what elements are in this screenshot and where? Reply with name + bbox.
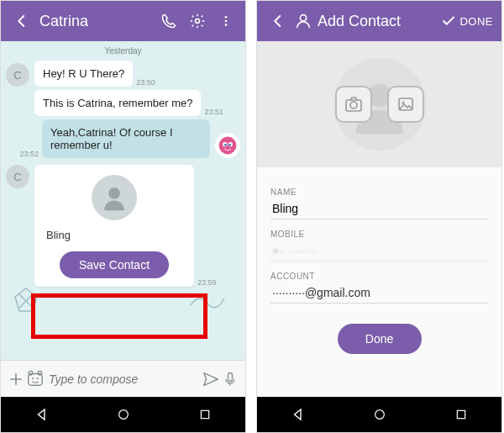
my-avatar-icon — [215, 133, 240, 158]
system-navbar — [257, 397, 501, 432]
contact-card-row: C Bling Save Contact 23:59 — [1, 163, 245, 288]
nav-back-button[interactable] — [17, 402, 67, 427]
back-button[interactable] — [264, 7, 292, 35]
message-time: 23:50 — [136, 78, 155, 87]
svg-point-13 — [32, 377, 34, 378]
send-button[interactable] — [201, 367, 221, 392]
chat-appbar: Catrina — [1, 1, 245, 41]
svg-point-18 — [300, 15, 306, 21]
gallery-button[interactable] — [387, 86, 424, 123]
svg-point-7 — [224, 144, 227, 146]
message-bubble[interactable]: Yeah,Catrina! Of course I remember u! — [42, 119, 210, 158]
svg-rect-25 — [457, 410, 465, 418]
message-row: This is Catrina, remember me? 23:51 — [1, 88, 245, 118]
nav-recents-button[interactable] — [180, 402, 230, 427]
back-button[interactable] — [8, 7, 36, 35]
svg-point-21 — [350, 102, 357, 108]
name-field[interactable] — [270, 197, 488, 219]
chat-screen: Catrina Yesterday C Hey! R U There? 23:5… — [0, 0, 246, 433]
account-field[interactable] — [270, 281, 488, 304]
svg-point-11 — [29, 371, 33, 375]
chat-body: Yesterday C Hey! R U There? 23:50 This i… — [1, 41, 245, 360]
contact-card-avatar-icon — [92, 175, 137, 220]
nav-home-button[interactable] — [354, 402, 405, 427]
svg-point-1 — [225, 16, 228, 18]
svg-rect-15 — [228, 372, 233, 381]
svg-point-0 — [196, 19, 200, 24]
message-time: 23:51 — [204, 108, 223, 116]
svg-point-8 — [228, 144, 231, 146]
message-row: C Hey! R U There? 23:50 — [1, 59, 245, 88]
mobile-field[interactable] — [270, 239, 488, 261]
contact-avatar[interactable]: C — [6, 63, 29, 87]
compose-input[interactable] — [45, 367, 201, 391]
contact-icon — [292, 7, 314, 35]
voice-button[interactable] — [221, 367, 241, 392]
overflow-button[interactable] — [212, 7, 240, 35]
nav-recents-button[interactable] — [436, 402, 486, 427]
date-separator: Yesterday — [1, 46, 245, 55]
settings-button[interactable] — [183, 7, 212, 35]
highlight-annotation — [31, 293, 207, 339]
svg-point-24 — [375, 410, 384, 420]
contact-card[interactable]: Bling Save Contact — [34, 165, 194, 287]
done-button-top[interactable]: DONE — [441, 13, 496, 29]
message-row: Yeah,Catrina! Of course I remember u! 23… — [1, 118, 245, 160]
call-button[interactable] — [155, 7, 183, 35]
contact-avatar[interactable]: C — [6, 165, 29, 188]
add-contact-screen: Add Contact DONE NAME MOBILE — [256, 0, 502, 433]
svg-point-12 — [38, 371, 42, 375]
account-label: ACCOUNT — [270, 272, 488, 281]
message-bubble[interactable]: Hey! R U There? — [34, 61, 133, 87]
svg-point-4 — [219, 137, 237, 155]
svg-point-16 — [118, 410, 128, 420]
composer — [1, 360, 245, 397]
done-label: DONE — [459, 15, 493, 28]
nav-home-button[interactable] — [98, 402, 149, 427]
add-button[interactable] — [6, 367, 26, 392]
camera-button[interactable] — [335, 86, 372, 123]
message-time: 23:52 — [19, 150, 39, 158]
add-contact-appbar: Add Contact DONE — [257, 1, 501, 41]
form-fields: NAME MOBILE ACCOUNT — [257, 167, 501, 304]
chat-title: Catrina — [36, 13, 155, 30]
svg-rect-17 — [201, 410, 208, 418]
save-contact-button[interactable]: Save Contact — [60, 251, 169, 278]
system-navbar — [1, 397, 245, 432]
svg-point-3 — [225, 24, 228, 26]
form-body: NAME MOBILE ACCOUNT Done — [257, 41, 501, 397]
svg-point-2 — [225, 20, 228, 23]
mobile-label: MOBILE — [270, 230, 488, 239]
done-button[interactable]: Done — [338, 324, 422, 354]
name-label: NAME — [270, 187, 488, 197]
nav-back-button[interactable] — [273, 402, 323, 427]
message-bubble[interactable]: This is Catrina, remember me? — [34, 90, 201, 116]
screen-title: Add Contact — [314, 13, 441, 30]
avatar-picker-zone — [257, 41, 501, 167]
svg-point-14 — [37, 377, 39, 378]
sticker-button[interactable] — [26, 367, 46, 392]
contact-card-name: Bling — [43, 227, 186, 243]
svg-point-9 — [108, 187, 120, 199]
message-time: 23:59 — [197, 278, 217, 287]
